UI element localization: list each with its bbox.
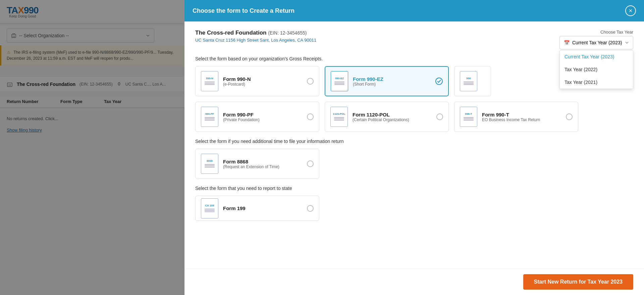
form-check-990ez[interactable] [435, 78, 443, 85]
form-icon-199: CA 199 [201, 198, 218, 218]
form-radio-1120pol[interactable] [436, 113, 443, 120]
form-card-990[interactable]: 990 [454, 66, 491, 96]
form-text-1120pol: Form 1120-POL (Certain Political Organiz… [353, 112, 432, 122]
modal-title: Choose the form to Create a Return [193, 7, 294, 14]
form-radio-990pf[interactable] [307, 113, 314, 120]
tax-year-section: Choose Tax Year 📅 Current Tax Year (2023… [559, 30, 633, 49]
form-card-990n[interactable]: 990-N Form 990-N (e-Postcard) [195, 66, 319, 96]
form-text-199: Form 199 [223, 205, 302, 211]
form-sub-990ez: (Short Form) [353, 82, 431, 87]
dropdown-chevron-icon [625, 41, 629, 45]
modal-header: Choose the form to Create a Return × [184, 0, 644, 21]
form-radio-990t[interactable] [566, 113, 573, 120]
form-icon-990ez: 990-EZ [331, 71, 348, 91]
form-name-990t: Form 990-T [482, 112, 561, 117]
form-sub-990t: EO Business Income Tax Return [482, 117, 561, 122]
modal-org-info-left: The Cross-red Foundation (EIN: 12-345465… [195, 30, 316, 43]
modal: Choose the form to Create a Return × The… [184, 0, 644, 295]
form-icon-8868: 8868 [201, 154, 218, 174]
start-new-return-button[interactable]: Start New Return for Tax Year 2023 [523, 274, 633, 290]
tax-year-options: Current Tax Year (2023) Tax Year (2022) … [559, 50, 633, 89]
form-name-990pf: Form 990-PF [223, 112, 302, 117]
tax-year-option-0[interactable]: Current Tax Year (2023) [560, 50, 633, 63]
modal-org-name: The Cross-red Foundation (EIN: 12-345465… [195, 30, 316, 36]
form-card-990ez[interactable]: 990-EZ Form 990-EZ (Short Form) [325, 66, 449, 96]
form-text-990n: Form 990-N (e-Postcard) [223, 76, 302, 87]
form-icon-990n: 990-N [201, 71, 218, 91]
form-card-1120pol[interactable]: 1120-POL Form 1120-POL (Certain Politica… [325, 102, 449, 132]
modal-body: The Cross-red Foundation (EIN: 12-345465… [184, 21, 644, 268]
form-card-8868[interactable]: 8868 Form 8868 (Request an Extension of … [195, 149, 319, 179]
forms-row4: CA 199 Form 199 [195, 196, 633, 221]
form-sub-1120pol: (Certain Political Organizations) [353, 117, 432, 122]
tax-year-dropdown[interactable]: 📅 Current Tax Year (2023) [559, 36, 633, 49]
form-card-199[interactable]: CA 199 Form 199 [195, 196, 319, 221]
form-sub-990n: (e-Postcard) [223, 82, 302, 87]
form-icon-990: 990 [460, 71, 477, 91]
modal-close-button[interactable]: × [625, 5, 636, 16]
form-icon-990t: 990-T [460, 107, 477, 127]
modal-org-addr: UC Santa Cruz 1156 High Street Sant, Los… [195, 38, 316, 43]
section2-label: Select the form if you need additional t… [195, 139, 633, 144]
forms-row3: 8868 Form 8868 (Request an Extension of … [195, 149, 633, 179]
form-text-8868: Form 8868 (Request an Extension of Time) [223, 159, 302, 169]
form-sub-990pf: (Private Foundation) [223, 117, 302, 122]
modal-org-ein: (EIN: 12-3454655) [268, 30, 307, 36]
form-name-1120pol: Form 1120-POL [353, 112, 432, 117]
form-card-990pf[interactable]: 990-PF Form 990-PF (Private Foundation) [195, 102, 319, 132]
form-sub-8868: (Request an Extension of Time) [223, 164, 302, 169]
tax-year-option-1[interactable]: Tax Year (2022) [560, 63, 633, 76]
modal-org-info-row: The Cross-red Foundation (EIN: 12-345465… [195, 30, 633, 49]
checkmark-icon [437, 79, 441, 84]
form-name-199: Form 199 [223, 205, 302, 211]
form-text-990t: Form 990-T EO Business Income Tax Return [482, 112, 561, 122]
calendar-icon: 📅 [564, 40, 570, 45]
form-text-990ez: Form 990-EZ (Short Form) [353, 76, 431, 87]
form-icon-990pf: 990-PF [201, 107, 218, 127]
form-name-990ez: Form 990-EZ [353, 76, 431, 82]
form-card-990t[interactable]: 990-T Form 990-T EO Business Income Tax … [454, 102, 578, 132]
form-name-8868: Form 8868 [223, 159, 302, 164]
form-name-990n: Form 990-N [223, 76, 302, 82]
form-radio-990n[interactable] [307, 78, 314, 85]
form-radio-8868[interactable] [307, 160, 314, 167]
tax-year-label: Choose Tax Year [600, 30, 633, 35]
tax-year-selected: Current Tax Year (2023) [572, 40, 622, 45]
section3-label: Select the form that you need to report … [195, 186, 633, 191]
modal-footer: Start New Return for Tax Year 2023 [184, 268, 644, 295]
form-text-990pf: Form 990-PF (Private Foundation) [223, 112, 302, 122]
tax-year-dropdown-wrap: 📅 Current Tax Year (2023) Current Tax Ye… [559, 36, 633, 49]
tax-year-option-2[interactable]: Tax Year (2021) [560, 76, 633, 89]
forms-row2: 990-PF Form 990-PF (Private Foundation) … [195, 102, 633, 132]
form-icon-1120pol: 1120-POL [330, 107, 348, 127]
form-radio-199[interactable] [307, 205, 314, 212]
